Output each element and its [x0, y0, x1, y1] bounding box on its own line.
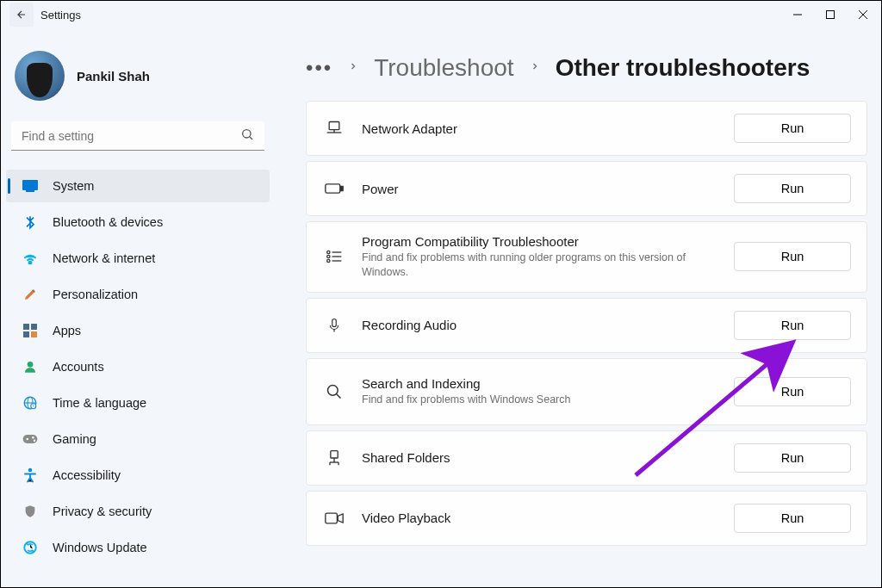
search-icon [240, 127, 254, 145]
sidebar-item-label: Gaming [53, 432, 96, 446]
shared-folder-icon [322, 449, 346, 467]
sidebar-item-network[interactable]: Network & internet [6, 242, 270, 275]
svg-point-38 [328, 385, 339, 395]
wifi-icon [22, 250, 39, 267]
avatar [15, 51, 65, 101]
svg-rect-9 [31, 324, 37, 330]
troubleshooter-title: Search and Indexing [362, 376, 718, 391]
sidebar-item-time-language[interactable]: Time & language [6, 387, 270, 419]
troubleshooter-desc: Find and fix problems with running older… [362, 251, 718, 280]
breadcrumb-more-icon[interactable]: ••• [306, 56, 332, 80]
app-title: Settings [40, 9, 81, 22]
sidebar-item-privacy[interactable]: Privacy & security [6, 495, 270, 528]
troubleshooter-recording-audio: Recording Audio Run [306, 298, 867, 353]
run-button[interactable]: Run [734, 504, 851, 533]
maximize-button[interactable] [824, 9, 836, 21]
sidebar-item-apps[interactable]: Apps [6, 314, 270, 347]
system-icon [22, 177, 39, 195]
troubleshooter-power: Power Run [306, 161, 867, 216]
svg-rect-28 [326, 184, 340, 193]
sidebar-item-label: Accessibility [53, 468, 121, 482]
svg-rect-25 [329, 122, 339, 130]
svg-point-21 [32, 436, 34, 439]
back-button[interactable] [9, 3, 34, 27]
titlebar: Settings [1, 1, 881, 28]
run-button[interactable]: Run [734, 443, 851, 473]
sidebar-item-personalization[interactable]: Personalization [6, 278, 270, 311]
svg-point-20 [26, 438, 28, 441]
troubleshooter-program-compatibility: Program Compatibility Troubleshooter Fin… [306, 221, 867, 293]
svg-line-5 [250, 137, 252, 139]
svg-marker-46 [338, 514, 343, 523]
person-icon [22, 358, 39, 375]
troubleshooter-title: Network Adapter [362, 121, 718, 136]
chevron-right-icon [348, 59, 358, 77]
globe-icon [22, 394, 39, 412]
svg-rect-1 [827, 11, 835, 19]
sidebar-item-label: Personalization [53, 288, 138, 301]
run-button[interactable]: Run [734, 311, 851, 340]
bluetooth-icon [22, 214, 39, 231]
shield-icon [22, 503, 39, 520]
compat-icon [322, 249, 346, 264]
svg-rect-19 [23, 435, 38, 443]
svg-point-30 [327, 251, 330, 254]
sidebar-item-gaming[interactable]: Gaming [6, 423, 270, 455]
troubleshooter-search-indexing: Search and Indexing Find and fix problem… [306, 358, 867, 425]
sidebar-item-accounts[interactable]: Accounts [6, 350, 270, 383]
profile-block[interactable]: Pankil Shah [6, 35, 270, 118]
page-title: Other troubleshooters [556, 54, 811, 82]
search-input[interactable] [11, 121, 264, 151]
network-adapter-icon [322, 120, 346, 137]
run-button[interactable]: Run [734, 242, 851, 271]
mic-icon [322, 316, 346, 335]
close-button[interactable] [857, 9, 869, 21]
run-button[interactable]: Run [734, 174, 851, 203]
svg-rect-11 [31, 331, 37, 337]
breadcrumb: ••• Troubleshoot Other troubleshooters [306, 54, 867, 82]
sidebar-item-label: Bluetooth & devices [53, 215, 163, 229]
svg-line-39 [337, 393, 341, 398]
svg-rect-40 [331, 450, 338, 457]
troubleshooter-title: Power [362, 182, 718, 196]
brush-icon [22, 286, 39, 303]
sidebar-item-accessibility[interactable]: Accessibility [6, 459, 270, 492]
svg-rect-6 [22, 180, 38, 190]
sidebar: Pankil Shah System Bluetooth & devices N… [1, 28, 275, 587]
troubleshooter-video-playback: Video Playback Run [306, 491, 867, 546]
breadcrumb-parent[interactable]: Troubleshoot [374, 54, 513, 82]
sidebar-item-label: Time & language [53, 396, 146, 410]
chevron-right-icon [530, 59, 540, 77]
svg-rect-29 [341, 186, 344, 190]
svg-point-12 [28, 362, 34, 368]
svg-point-34 [327, 260, 330, 263]
apps-icon [22, 322, 39, 339]
troubleshooter-title: Video Playback [362, 511, 718, 525]
sidebar-item-label: Apps [53, 324, 81, 337]
sidebar-item-label: Windows Update [53, 541, 147, 554]
sidebar-item-label: Privacy & security [53, 504, 152, 518]
profile-name: Pankil Shah [77, 69, 150, 84]
run-button[interactable]: Run [734, 114, 851, 143]
troubleshooter-title: Recording Audio [362, 318, 718, 332]
search-icon [322, 383, 346, 400]
minimize-button[interactable] [792, 9, 804, 21]
svg-rect-8 [23, 324, 29, 330]
svg-point-4 [243, 130, 251, 138]
gamepad-icon [22, 430, 39, 448]
sidebar-item-label: System [53, 179, 94, 193]
troubleshooter-shared-folders: Shared Folders Run [306, 430, 867, 486]
content: ••• Troubleshoot Other troubleshooters N… [275, 28, 881, 587]
sidebar-item-windows-update[interactable]: Windows Update [6, 531, 270, 564]
run-button[interactable]: Run [734, 377, 851, 406]
update-icon [22, 539, 39, 556]
svg-rect-7 [26, 190, 34, 192]
sidebar-item-system[interactable]: System [6, 170, 270, 202]
accessibility-icon [22, 467, 39, 484]
sidebar-item-bluetooth[interactable]: Bluetooth & devices [6, 206, 270, 238]
troubleshooter-network-adapter: Network Adapter Run [306, 101, 867, 156]
svg-point-22 [34, 439, 36, 442]
troubleshooter-desc: Find and fix problems with Windows Searc… [362, 393, 718, 407]
battery-icon [322, 183, 346, 195]
sidebar-item-label: Accounts [53, 360, 104, 374]
